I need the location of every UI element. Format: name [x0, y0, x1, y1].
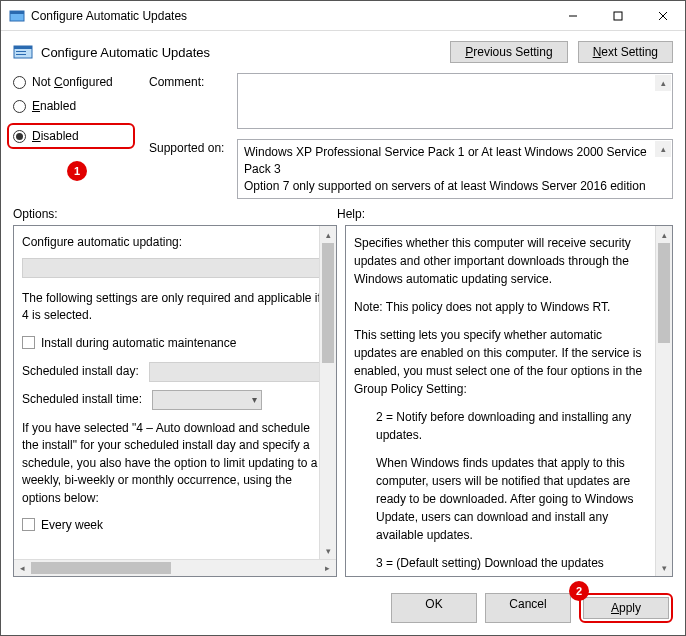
svg-rect-3: [614, 12, 622, 20]
radio-disabled[interactable]: Disabled: [13, 129, 111, 143]
scroll-right-icon[interactable]: ▸: [319, 560, 336, 576]
configure-updating-label: Configure automatic updating:: [22, 234, 328, 251]
svg-rect-9: [16, 54, 26, 55]
config-area: Not Configured Enabled Disabled Comment:…: [1, 67, 685, 199]
scheduled-time-label: Scheduled install time:: [22, 391, 142, 408]
radio-icon: [13, 100, 26, 113]
scroll-thumb[interactable]: [322, 243, 334, 363]
option4-note: If you have selected "4 – Auto download …: [22, 420, 328, 507]
scroll-up-icon[interactable]: ▴: [320, 226, 336, 243]
help-text: When Windows finds updates that apply to…: [354, 454, 648, 544]
scroll-thumb[interactable]: [31, 562, 171, 574]
checkbox-icon: [22, 518, 35, 531]
header-title: Configure Automatic Updates: [41, 45, 450, 60]
comment-input[interactable]: ▴: [237, 73, 673, 129]
svg-rect-8: [16, 51, 26, 52]
checkbox-icon: [22, 336, 35, 349]
help-text: 2 = Notify before downloading and instal…: [354, 408, 648, 444]
options-horizontal-scrollbar[interactable]: ◂ ▸: [14, 559, 336, 576]
dialog-footer: OK Cancel Apply 2: [1, 583, 685, 635]
highlight-disabled: Disabled: [7, 123, 135, 149]
scroll-down-icon[interactable]: ▾: [656, 559, 672, 576]
highlight-apply: Apply: [579, 593, 673, 623]
help-text: This setting lets you specify whether au…: [354, 326, 648, 398]
every-week-checkbox[interactable]: Every week: [22, 517, 328, 534]
callout-badge-2: 2: [569, 581, 589, 601]
install-maintenance-checkbox[interactable]: Install during automatic maintenance: [22, 335, 328, 352]
radio-enabled[interactable]: Enabled: [13, 99, 135, 113]
scroll-up-icon[interactable]: ▴: [655, 75, 671, 91]
maximize-button[interactable]: [595, 1, 640, 30]
svg-rect-1: [10, 11, 24, 14]
policy-header-icon: [13, 42, 33, 62]
next-setting-button[interactable]: Next Setting: [578, 41, 673, 63]
help-text: 3 = (Default setting) Download the updat…: [354, 554, 648, 577]
minimize-button[interactable]: [550, 1, 595, 30]
supported-on-label: Supported on:: [149, 139, 229, 199]
supported-on-text: Windows XP Professional Service Pack 1 o…: [237, 139, 673, 199]
radio-icon: [13, 130, 26, 143]
comment-label: Comment:: [149, 73, 229, 129]
help-text: Specifies whether this computer will rec…: [354, 234, 648, 288]
scroll-up-icon[interactable]: ▴: [655, 141, 671, 157]
window-title: Configure Automatic Updates: [31, 9, 550, 23]
help-label: Help:: [337, 207, 365, 221]
scroll-up-icon[interactable]: ▴: [656, 226, 672, 243]
dialog-window: Configure Automatic Updates Configure Au…: [0, 0, 686, 636]
help-pane: Specifies whether this computer will rec…: [345, 225, 673, 577]
help-text: Note: This policy does not apply to Wind…: [354, 298, 648, 316]
svg-rect-7: [14, 46, 32, 49]
scheduled-time-dropdown[interactable]: [152, 390, 262, 410]
scroll-left-icon[interactable]: ◂: [14, 560, 31, 576]
close-button[interactable]: [640, 1, 685, 30]
radio-not-configured[interactable]: Not Configured: [13, 75, 135, 89]
options-pane: Configure automatic updating: The follow…: [13, 225, 337, 577]
scheduled-day-dropdown[interactable]: [149, 362, 328, 382]
options-required-note: The following settings are only required…: [22, 290, 328, 325]
configure-updating-dropdown[interactable]: [22, 258, 328, 278]
options-label: Options:: [13, 207, 337, 221]
cancel-button[interactable]: Cancel: [485, 593, 571, 623]
window-controls: [550, 1, 685, 30]
scheduled-day-label: Scheduled install day:: [22, 363, 139, 380]
callout-badge-1: 1: [67, 161, 87, 181]
ok-button[interactable]: OK: [391, 593, 477, 623]
options-vertical-scrollbar[interactable]: ▴ ▾: [319, 226, 336, 559]
titlebar: Configure Automatic Updates: [1, 1, 685, 31]
radio-icon: [13, 76, 26, 89]
apply-button[interactable]: Apply: [583, 597, 669, 619]
help-vertical-scrollbar[interactable]: ▴ ▾: [655, 226, 672, 576]
header-row: Configure Automatic Updates Previous Set…: [1, 31, 685, 67]
scroll-down-icon[interactable]: ▾: [320, 542, 336, 559]
previous-setting-button[interactable]: Previous Setting: [450, 41, 567, 63]
policy-icon: [9, 8, 25, 24]
scroll-thumb[interactable]: [658, 243, 670, 343]
pane-labels: Options: Help:: [1, 199, 685, 225]
